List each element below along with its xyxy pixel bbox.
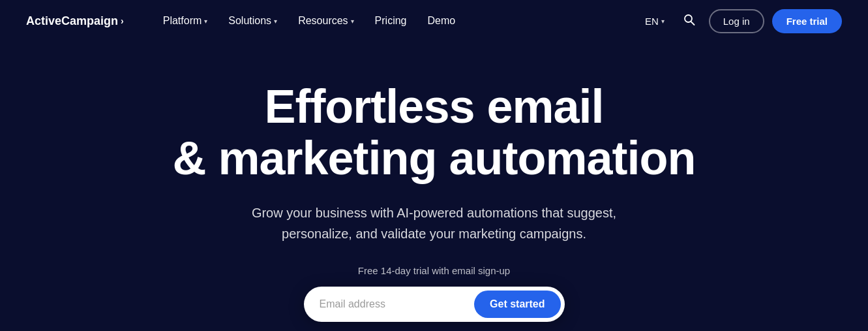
email-input[interactable] [320,298,475,310]
email-signup-form: Get started [304,287,565,322]
chevron-down-icon: ▾ [204,18,207,25]
nav-item-demo[interactable]: Demo [420,10,464,32]
chevron-down-icon: ▾ [661,18,665,25]
nav-label-solutions: Solutions [228,15,271,27]
hero-title-line1: Effortless email [264,80,603,133]
hero-subtitle: Grow your business with AI-powered autom… [252,202,617,244]
language-selector[interactable]: EN ▾ [640,10,670,32]
language-label: EN [645,16,659,27]
nav-label-demo: Demo [428,15,456,27]
get-started-button[interactable]: Get started [474,291,560,318]
svg-line-1 [691,22,694,25]
login-button[interactable]: Log in [709,9,764,33]
nav-item-solutions[interactable]: Solutions ▾ [220,10,285,32]
logo-arrow: › [121,16,124,26]
search-icon[interactable] [678,8,701,35]
nav-label-platform: Platform [163,15,202,27]
logo[interactable]: ActiveCampaign › [26,14,124,28]
hero-trial-text: Free 14-day trial with email sign-up [358,265,510,276]
hero-section: Effortless email & marketing automation … [0,42,868,331]
hero-title: Effortless email & marketing automation [172,81,695,184]
nav-label-pricing: Pricing [375,15,407,27]
chevron-down-icon: ▾ [351,18,354,25]
nav-right: EN ▾ Log in Free trial [640,8,842,35]
chevron-down-icon: ▾ [274,18,277,25]
nav-item-resources[interactable]: Resources ▾ [290,10,361,32]
navbar: ActiveCampaign › Platform ▾ Solutions ▾ … [0,0,868,42]
nav-item-platform[interactable]: Platform ▾ [155,10,216,32]
nav-label-resources: Resources [298,15,348,27]
nav-item-pricing[interactable]: Pricing [367,10,415,32]
logo-text: ActiveCampaign [26,14,118,28]
hero-title-line2: & marketing automation [172,132,695,184]
free-trial-button[interactable]: Free trial [772,9,842,33]
nav-links: Platform ▾ Solutions ▾ Resources ▾ Prici… [155,10,640,32]
